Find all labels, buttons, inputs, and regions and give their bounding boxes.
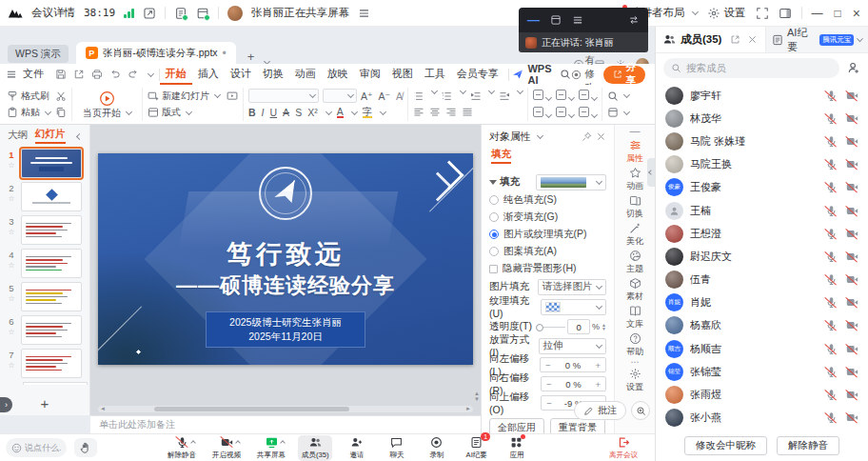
select-pane-button[interactable] xyxy=(607,105,629,120)
camera-off-icon[interactable] xyxy=(846,181,858,193)
strip-item-主题[interactable]: 主题 xyxy=(615,249,655,276)
strip-item-切换[interactable]: 切换 xyxy=(615,193,655,221)
slide-thumbnail-1[interactable]: 1☆ xyxy=(2,149,88,178)
clear-format-button[interactable]: A̸ xyxy=(396,90,403,102)
quick-chat-input[interactable] xyxy=(25,443,61,452)
camera-off-icon[interactable] xyxy=(846,273,858,286)
pin-icon[interactable] xyxy=(582,131,592,142)
tab-outline[interactable]: 大纲 xyxy=(8,129,28,142)
member-row[interactable]: 顺吉杨顺吉 xyxy=(656,337,868,360)
member-row[interactable]: 肖妮肖妮 xyxy=(656,291,868,314)
unmute-button[interactable]: 解除静音 xyxy=(777,436,839,455)
member-row[interactable]: 张小燕 xyxy=(656,407,868,430)
member-list[interactable]: 廖宇轩林茂华马院 张姝瑾马院王换俊豪王俊豪王楠王想澄尉迟庆文伍青肖妮肖妮杨嘉欣顺… xyxy=(656,82,868,431)
opacity-spinner[interactable]: ▲▼ xyxy=(602,323,606,331)
find-icon[interactable] xyxy=(560,69,571,80)
decrease-font-button[interactable]: A⁻ xyxy=(379,90,391,102)
wps-tab-放映[interactable]: 放映 xyxy=(322,64,354,85)
raise-hand-button[interactable] xyxy=(74,438,97,457)
option-solid-fill[interactable]: 纯色填充(S) xyxy=(482,191,614,209)
slide-thumbnail-6[interactable]: 6☆ xyxy=(2,315,88,345)
arrange-button[interactable] xyxy=(579,90,597,102)
mic-off-icon[interactable] xyxy=(825,319,838,331)
cut-button[interactable] xyxy=(55,89,67,104)
current-slide[interactable]: 笃行致远 ——硕博连读经验分享 2025级博士研究生张肖丽 2025年11月20… xyxy=(98,153,473,365)
mic-off-icon[interactable] xyxy=(825,158,838,170)
shared-doc-icon[interactable] xyxy=(174,7,187,20)
camera-off-icon[interactable] xyxy=(846,296,858,309)
new-slide-button[interactable]: 新建幻灯片 xyxy=(148,89,238,104)
strip-item-设置[interactable]: 设置 xyxy=(615,367,655,394)
toolbar-应用-button[interactable]: 应用 xyxy=(501,435,532,461)
alignJ-icon[interactable] xyxy=(462,107,473,118)
tab-members[interactable]: 成员(35) xyxy=(656,27,765,52)
camera-off-icon[interactable] xyxy=(846,366,858,378)
close-icon[interactable] xyxy=(747,34,758,45)
search-input[interactable] xyxy=(686,62,832,73)
member-row[interactable]: 马院王换 xyxy=(656,153,868,176)
find-replace-button[interactable] xyxy=(607,89,629,104)
main-menu-icon[interactable] xyxy=(6,68,17,81)
document-tab[interactable]: P 张肖丽-硕博连读分享.pptx • xyxy=(76,42,236,64)
textbox-button[interactable] xyxy=(556,90,574,102)
camera-off-icon[interactable] xyxy=(846,112,858,125)
save-icon[interactable] xyxy=(55,69,67,80)
collapse-strip-button[interactable]: — xyxy=(615,125,655,138)
fill-preview-select[interactable] xyxy=(536,174,606,190)
quick-chat-box[interactable] xyxy=(6,438,67,457)
alignL-icon[interactable] xyxy=(413,107,424,118)
picture-fill-select[interactable]: 请选择图片 xyxy=(538,279,606,295)
mic-off-icon[interactable] xyxy=(825,251,838,263)
fullscreen-icon[interactable] xyxy=(756,7,769,20)
mic-off-icon[interactable] xyxy=(825,112,838,125)
mic-off-icon[interactable] xyxy=(825,366,838,378)
close-panel-icon[interactable] xyxy=(596,131,606,142)
menu-file[interactable]: 文件 xyxy=(17,64,49,85)
option-picture-fill[interactable]: 图片或纹理填充(P) xyxy=(482,226,614,243)
redo-icon[interactable] xyxy=(128,69,139,80)
alignC-icon[interactable] xyxy=(429,107,441,118)
bold-button[interactable]: B xyxy=(248,107,256,118)
mic-off-icon[interactable] xyxy=(825,411,838,424)
placement-select[interactable]: 拉伸 xyxy=(539,338,607,354)
camera-off-icon[interactable] xyxy=(846,411,858,424)
mic-off-icon[interactable] xyxy=(825,205,838,217)
notes-bar[interactable]: 单击此处添加备注 xyxy=(90,415,481,433)
option-hide-background[interactable]: 隐藏背景图形(H) xyxy=(482,260,614,277)
print-icon[interactable] xyxy=(91,69,103,80)
wps-tab-动画[interactable]: 动画 xyxy=(289,64,322,85)
slide-canvas[interactable]: 笃行致远 ——硕博连读经验分享 2025级博士研究生张肖丽 2025年11月20… xyxy=(90,125,481,415)
sidebar-collapse-handle[interactable] xyxy=(647,158,655,187)
wps-tab-工具[interactable]: 工具 xyxy=(419,64,451,85)
slide-thumbnail-2[interactable]: 2☆ xyxy=(2,182,88,211)
fill-tab[interactable]: 填充 xyxy=(491,148,511,164)
member-row[interactable]: 廖宇轩 xyxy=(656,84,868,107)
toolbar-开启视频-button[interactable]: 开启视频 xyxy=(208,435,245,461)
option-gradient-fill[interactable]: 渐变填充(G) xyxy=(482,209,614,226)
member-row[interactable]: 锦莹张锦莹 xyxy=(656,360,868,383)
camera-off-icon[interactable] xyxy=(846,319,858,331)
add-slide-button[interactable]: + xyxy=(0,395,89,411)
toolbar-聊天-button[interactable]: 聊天 xyxy=(381,435,412,461)
mic-off-icon[interactable] xyxy=(825,296,838,309)
play-from-current-button[interactable]: 当页开始 xyxy=(77,90,137,119)
indentL-icon[interactable] xyxy=(470,90,482,102)
wps-tab-插入[interactable]: 插入 xyxy=(192,64,225,85)
strip-item-文库[interactable]: 文库 xyxy=(615,304,655,331)
format-painter-button[interactable]: 格式刷 xyxy=(7,89,50,104)
option-pattern-fill[interactable]: 图案填充(A) xyxy=(482,243,614,260)
wps-tab-审阅[interactable]: 审阅 xyxy=(354,64,386,85)
tab-slides[interactable]: 幻灯片 xyxy=(35,128,66,144)
mic-off-icon[interactable] xyxy=(825,181,838,193)
mic-off-icon[interactable] xyxy=(825,135,838,148)
picture-button[interactable] xyxy=(533,107,551,119)
member-row[interactable]: 王想澄 xyxy=(656,222,868,245)
offset-left-stepper[interactable]: −0 %+ xyxy=(540,357,606,372)
fill-section-toggle[interactable]: 填充 xyxy=(489,175,520,189)
comment-button[interactable]: 批注 xyxy=(574,401,626,420)
camera-off-icon[interactable] xyxy=(846,343,858,355)
horizontal-scrollbar[interactable]: ◄ ► xyxy=(98,406,473,412)
meeting-detail-button[interactable]: 会议详情 xyxy=(31,6,75,20)
overlay-window-icon[interactable] xyxy=(550,14,562,26)
camera-off-icon[interactable] xyxy=(846,205,858,217)
